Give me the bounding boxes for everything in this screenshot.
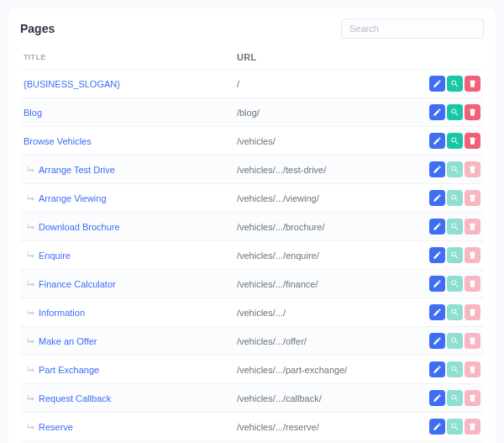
edit-button[interactable] (429, 361, 445, 377)
page-title-link[interactable]: Information (39, 308, 85, 318)
child-indent-icon (27, 364, 38, 376)
page-url: /vehicles/.../viewing/ (234, 184, 410, 213)
page-url: /vehicles/.../reserve/ (234, 413, 410, 441)
page-title-link[interactable]: Make an Offer (39, 336, 97, 346)
delete-button[interactable] (465, 361, 480, 377)
page-title-link[interactable]: Arrange Viewing (39, 193, 107, 203)
edit-button[interactable] (429, 419, 445, 435)
table-row: Part Exchange/vehicles/.../part-exchange… (20, 356, 484, 384)
child-indent-icon (27, 335, 38, 347)
delete-button[interactable] (465, 161, 480, 177)
edit-button[interactable] (429, 133, 445, 149)
page-title-link[interactable]: Part Exchange (39, 365, 99, 375)
delete-button[interactable] (465, 76, 480, 92)
delete-button[interactable] (465, 333, 480, 349)
search-input[interactable] (341, 18, 484, 39)
page-title-link[interactable]: Finance Calculator (39, 279, 116, 289)
delete-button[interactable] (465, 219, 480, 235)
edit-button[interactable] (429, 76, 445, 92)
view-button[interactable] (447, 361, 463, 377)
page-title-link[interactable]: Reserve (39, 422, 73, 432)
view-button[interactable] (447, 219, 463, 235)
page-url: /vehicles/.../ (234, 298, 410, 327)
page-url: /vehicles/.../offer/ (234, 327, 410, 356)
edit-button[interactable] (429, 390, 445, 406)
table-row: Arrange Viewing/vehicles/.../viewing/ (20, 184, 484, 213)
edit-button[interactable] (429, 104, 445, 120)
view-button[interactable] (447, 276, 463, 292)
edit-button[interactable] (429, 219, 445, 235)
page-url: /vehicles/.../callback/ (234, 384, 410, 413)
view-button[interactable] (447, 333, 463, 349)
page-title-link[interactable]: Browse Vehicles (24, 136, 92, 146)
delete-button[interactable] (465, 247, 480, 263)
table-row: Make an Offer/vehicles/.../offer/ (20, 327, 484, 356)
table-row: Arrange Test Drive/vehicles/.../test-dri… (20, 156, 484, 184)
view-button[interactable] (447, 76, 463, 92)
page-url: /vehicles/.../brochure/ (234, 213, 410, 241)
view-button[interactable] (447, 190, 463, 206)
delete-button[interactable] (465, 390, 480, 406)
child-indent-icon (27, 307, 38, 319)
page-title-link[interactable]: Download Brochure (39, 222, 120, 232)
child-indent-icon (27, 164, 38, 176)
page-url: /blog/ (234, 98, 410, 127)
page-url: /vehicles/.../enquire/ (234, 241, 410, 270)
delete-button[interactable] (465, 276, 480, 292)
edit-button[interactable] (429, 190, 445, 206)
delete-button[interactable] (465, 304, 480, 320)
delete-button[interactable] (465, 419, 480, 435)
edit-button[interactable] (429, 247, 445, 263)
child-indent-icon (27, 278, 38, 290)
page-title-link[interactable]: Enquire (39, 251, 71, 261)
page-url: /vehicles/.../test-drive/ (234, 156, 410, 184)
view-button[interactable] (447, 104, 463, 120)
table-row: Enquire/vehicles/.../enquire/ (20, 241, 484, 270)
card-header: Pages (20, 18, 484, 39)
child-indent-icon (27, 192, 38, 204)
view-button[interactable] (447, 419, 463, 435)
page-title-link[interactable]: {BUSINESS_SLOGAN} (24, 79, 120, 89)
view-button[interactable] (447, 133, 463, 149)
child-indent-icon (27, 221, 38, 233)
pages-table: TITLE URL {BUSINESS_SLOGAN}/Blog/blog/Br… (20, 47, 484, 443)
col-header-url[interactable]: URL (234, 47, 410, 70)
view-button[interactable] (447, 304, 463, 320)
page-title-link[interactable]: Arrange Test Drive (39, 165, 115, 175)
page-title-link[interactable]: Blog (24, 108, 42, 118)
edit-button[interactable] (429, 304, 445, 320)
page-title-link[interactable]: Request Callback (39, 393, 111, 403)
view-button[interactable] (447, 247, 463, 263)
table-row: Blog/blog/ (20, 98, 484, 127)
table-row: Request Callback/vehicles/.../callback/ (20, 384, 484, 413)
view-button[interactable] (447, 390, 463, 406)
delete-button[interactable] (465, 104, 480, 120)
page-url: /vehicles/.../part-exchange/ (234, 356, 410, 384)
card-title: Pages (20, 22, 55, 35)
edit-button[interactable] (429, 161, 445, 177)
table-row: Finance Calculator/vehicles/.../finance/ (20, 270, 484, 298)
delete-button[interactable] (465, 190, 480, 206)
page-url: /vehicles/.../finance/ (234, 270, 410, 298)
table-row: Download Brochure/vehicles/.../brochure/ (20, 213, 484, 241)
pages-card: Pages TITLE URL {BUSINESS_SLOGAN}/Blog/b… (8, 8, 496, 443)
child-indent-icon (27, 421, 38, 433)
edit-button[interactable] (429, 276, 445, 292)
page-url: /vehicles/ (234, 127, 410, 156)
delete-button[interactable] (465, 133, 480, 149)
col-header-title[interactable]: TITLE (20, 47, 234, 70)
view-button[interactable] (447, 161, 463, 177)
edit-button[interactable] (429, 333, 445, 349)
table-row: Information/vehicles/.../ (20, 298, 484, 327)
table-row: {BUSINESS_SLOGAN}/ (20, 70, 484, 98)
table-row: Browse Vehicles/vehicles/ (20, 127, 484, 156)
child-indent-icon (27, 250, 38, 261)
child-indent-icon (27, 393, 38, 404)
page-url: / (234, 70, 410, 98)
table-row: Reserve/vehicles/.../reserve/ (20, 413, 484, 441)
